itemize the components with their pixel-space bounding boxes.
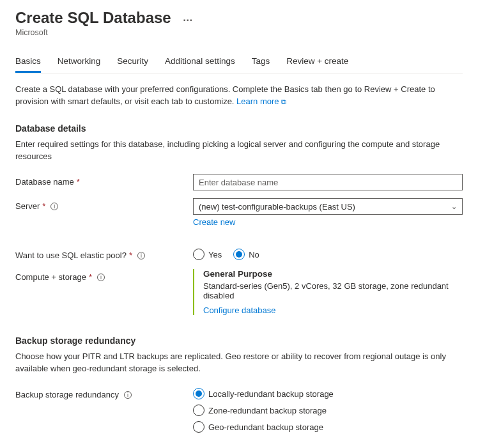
tabs-bar: Basics Networking Security Additional se… (15, 51, 463, 73)
radio-label: Zone-redundant backup storage (208, 406, 327, 415)
required-asterisk: * (42, 201, 45, 211)
intro-text: Create a SQL database with your preferre… (15, 84, 463, 108)
database-details-heading: Database details (15, 123, 463, 134)
compute-storage-label: Compute + storage (15, 272, 86, 282)
backup-heading: Backup storage redundancy (15, 336, 463, 346)
external-link-icon: ⧉ (281, 98, 286, 105)
row-compute-storage: Compute + storage * i General Purpose St… (15, 269, 463, 315)
server-label: Server (15, 201, 40, 211)
radio-icon (193, 421, 204, 433)
radio-icon (193, 249, 204, 260)
tab-networking[interactable]: Networking (58, 51, 101, 73)
radio-icon (193, 405, 204, 416)
radio-label: No (249, 250, 259, 259)
radio-icon (233, 249, 245, 260)
intro-body: Create a SQL database with your preferre… (15, 84, 435, 106)
database-details-desc: Enter required settings for this databas… (15, 139, 463, 163)
configure-database-link[interactable]: Configure database (203, 305, 275, 315)
page-title-text: Create SQL Database (15, 9, 171, 27)
backup-desc: Choose how your PITR and LTR backups are… (15, 351, 463, 375)
info-icon[interactable]: i (124, 391, 132, 399)
chevron-down-icon: ⌄ (451, 203, 457, 211)
backup-redundancy-label: Backup storage redundancy (15, 390, 119, 399)
radio-label: Locally-redundant backup storage (208, 389, 334, 399)
tab-tags[interactable]: Tags (252, 51, 270, 73)
row-server: Server * i (new) test-configurable-backu… (15, 198, 463, 227)
backup-geo-radio[interactable]: Geo-redundant backup storage (193, 421, 463, 433)
info-icon[interactable]: i (50, 203, 58, 210)
elastic-pool-yes-radio[interactable]: Yes (193, 249, 222, 260)
learn-more-link[interactable]: Learn more ⧉ (236, 97, 286, 106)
required-asterisk: * (129, 251, 132, 260)
required-asterisk: * (89, 272, 92, 282)
row-database-name: Database name * (15, 174, 463, 190)
info-icon[interactable]: i (97, 274, 105, 281)
elastic-pool-no-radio[interactable]: No (233, 249, 259, 260)
row-elastic-pool: Want to use SQL elastic pool? * i Yes No (15, 247, 463, 260)
required-asterisk: * (77, 177, 80, 187)
tab-additional-settings[interactable]: Additional settings (165, 51, 235, 73)
page-title: Create SQL Database … (15, 9, 463, 27)
database-name-label: Database name (15, 177, 74, 187)
radio-label: Yes (208, 250, 222, 259)
page-subtitle: Microsoft (15, 28, 463, 37)
server-select-value: (new) test-configurable-backups (East US… (199, 202, 355, 212)
tab-basics[interactable]: Basics (15, 51, 41, 73)
radio-icon (193, 388, 204, 399)
radio-label: Geo-redundant backup storage (208, 422, 323, 432)
server-select[interactable]: (new) test-configurable-backups (East US… (193, 198, 463, 215)
info-icon[interactable]: i (137, 252, 145, 259)
compute-tier-title: General Purpose (203, 269, 463, 279)
backup-local-radio[interactable]: Locally-redundant backup storage (193, 388, 463, 399)
more-menu-icon[interactable]: … (183, 12, 194, 24)
create-new-server-link[interactable]: Create new (193, 217, 235, 227)
tab-security[interactable]: Security (117, 51, 148, 73)
database-name-input[interactable] (193, 174, 463, 190)
backup-zone-radio[interactable]: Zone-redundant backup storage (193, 405, 463, 416)
tab-review-create[interactable]: Review + create (286, 51, 348, 73)
row-backup-redundancy: Backup storage redundancy i Locally-redu… (15, 387, 463, 433)
compute-tier-desc: Standard-series (Gen5), 2 vCores, 32 GB … (203, 281, 463, 300)
elastic-pool-label: Want to use SQL elastic pool? (15, 251, 127, 260)
compute-summary: General Purpose Standard-series (Gen5), … (193, 269, 463, 315)
